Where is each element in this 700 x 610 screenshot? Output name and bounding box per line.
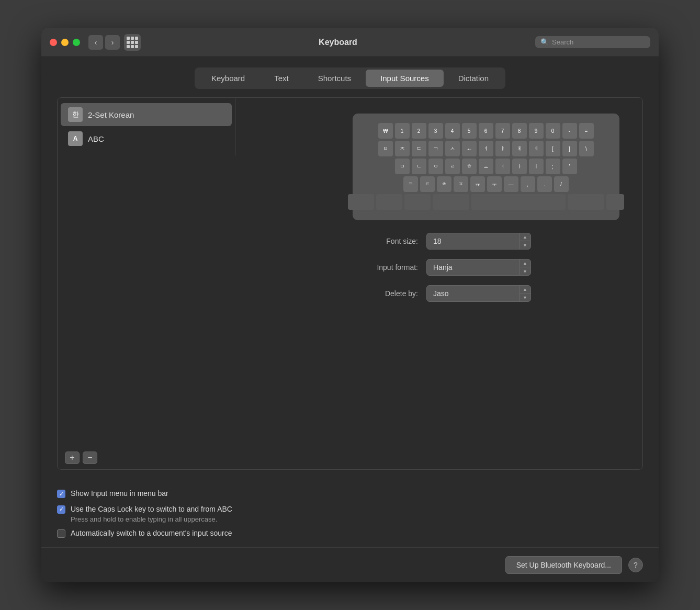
key-1: 1 (395, 123, 410, 139)
key-n: ㄴ (412, 159, 426, 174)
key-2: 2 (412, 123, 426, 139)
key-o2: ㅗ (479, 159, 493, 174)
key-semicolon: ; (546, 159, 560, 174)
traffic-lights (50, 39, 80, 46)
tab-text[interactable]: Text (259, 70, 303, 87)
kb-row-2: ㅂ ㅈ ㄷ ㄱ ㅅ ㅛ ㅕ ㅑ ㅐ ㅔ [ ] \ (361, 141, 611, 156)
key-slash: / (554, 176, 569, 192)
key-6: 6 (479, 123, 493, 139)
grid-view-button[interactable] (124, 34, 141, 51)
tab-keyboard[interactable]: Keyboard (197, 70, 259, 87)
forward-button[interactable]: › (105, 35, 120, 50)
input-format-value: Hanja (427, 260, 519, 275)
kb-row-4: ㅋ ㅌ ㅊ ㅍ ㅠ ㅜ — , . / (361, 176, 611, 192)
caps-lock-group: Use the Caps Lock key to switch to and f… (57, 504, 643, 524)
key-opt-r (606, 194, 624, 210)
input-format-up[interactable]: ▲ (520, 259, 530, 267)
nav-buttons: ‹ › (88, 35, 120, 50)
remove-source-button[interactable]: − (83, 451, 97, 464)
delete-by-up[interactable]: ▲ (520, 286, 530, 293)
minimize-button[interactable] (61, 39, 69, 46)
key-lbracket: [ (546, 141, 560, 156)
content-area: Keyboard Text Shortcuts Input Sources Di… (41, 57, 659, 480)
key-fn (348, 194, 374, 210)
bt-keyboard-button[interactable]: Set Up Bluetooth Keyboard... (505, 556, 622, 574)
source-item-korean[interactable]: 한 2-Set Korean (61, 103, 232, 126)
delete-by-label: Delete by: (350, 289, 418, 298)
source-list-footer: + − (58, 446, 329, 469)
key-u: ㅜ (487, 176, 502, 192)
input-format-down[interactable]: ▼ (520, 267, 530, 275)
key-ctrl (376, 194, 402, 210)
korean-icon: 한 (68, 107, 83, 122)
close-button[interactable] (50, 39, 57, 46)
delete-by-arrows: ▲ ▼ (519, 286, 530, 301)
tab-input-sources[interactable]: Input Sources (366, 70, 444, 87)
korean-label: 2-Set Korean (88, 110, 134, 119)
key-i: ㅣ (529, 159, 544, 174)
delete-by-value: Jaso (427, 286, 519, 301)
delete-by-down[interactable]: ▼ (520, 293, 530, 301)
input-format-label: Input format: (350, 263, 418, 272)
key-ae: ㅐ (512, 141, 527, 156)
delete-by-row: Delete by: Jaso ▲ ▼ (350, 285, 622, 302)
tab-shortcuts[interactable]: Shortcuts (303, 70, 366, 87)
key-rbracket: ] (562, 141, 577, 156)
font-size-up[interactable]: ▲ (520, 233, 530, 241)
key-0: 0 (546, 123, 560, 139)
window-title: Keyboard (141, 38, 535, 47)
key-r: ㄹ (445, 159, 460, 174)
add-source-button[interactable]: + (65, 451, 80, 464)
search-icon: 🔍 (540, 38, 549, 46)
key-m: ㅁ (395, 159, 410, 174)
key-t: ㅌ (420, 176, 435, 192)
key-5: 5 (462, 123, 477, 139)
key-yeo: ㅕ (479, 141, 493, 156)
key-7: 7 (495, 123, 510, 139)
key-b: ㅂ (378, 141, 393, 156)
auto-switch-label: Automatically switch to a document's inp… (71, 528, 232, 539)
back-button[interactable]: ‹ (88, 35, 103, 50)
keyboard-window: ‹ › Keyboard 🔍 Keyboard Text Shortcuts I… (41, 28, 659, 582)
input-format-arrows: ▲ ▼ (519, 259, 530, 275)
caps-lock-row: Use the Caps Lock key to switch to and f… (57, 504, 643, 515)
search-input[interactable] (552, 38, 641, 46)
tab-dictation[interactable]: Dictation (444, 70, 503, 87)
input-format-select[interactable]: Hanja ▲ ▼ (426, 259, 531, 276)
fullscreen-button[interactable] (73, 39, 80, 46)
kb-row-5 (361, 194, 611, 210)
font-size-row: Font size: 18 ▲ ▼ (350, 233, 622, 250)
delete-by-select[interactable]: Jaso ▲ ▼ (426, 285, 531, 302)
key-ya: ㅑ (495, 141, 510, 156)
key-yo: ㅛ (462, 141, 477, 156)
right-panel: ₩ 1 2 3 4 5 6 7 8 9 0 - = (329, 98, 642, 469)
key-space (471, 194, 566, 210)
key-j: ㅈ (395, 141, 410, 156)
tabs-bar: Keyboard Text Shortcuts Input Sources Di… (195, 67, 505, 89)
source-item-abc[interactable]: A ABC (61, 127, 232, 150)
search-bar[interactable]: 🔍 (535, 36, 650, 48)
key-9: 9 (529, 123, 544, 139)
titlebar: ‹ › Keyboard 🔍 (41, 28, 659, 57)
caps-lock-sublabel: Press and hold to enable typing in all u… (71, 515, 643, 523)
help-button[interactable]: ? (628, 558, 643, 572)
font-size-down[interactable]: ▼ (520, 241, 530, 249)
show-input-menu-checkbox[interactable] (57, 490, 65, 498)
key-yu: ㅠ (470, 176, 485, 192)
bottom-bar: Set Up Bluetooth Keyboard... ? (41, 547, 659, 582)
key-won: ₩ (378, 123, 393, 139)
caps-lock-label: Use the Caps Lock key to switch to and f… (71, 504, 232, 515)
source-list-panel: 한 2-Set Korean A ABC + − (58, 98, 329, 469)
font-size-stepper[interactable]: 18 ▲ ▼ (426, 233, 531, 250)
auto-switch-checkbox[interactable] (57, 529, 65, 538)
keyboard-visual: ₩ 1 2 3 4 5 6 7 8 9 0 - = (353, 114, 619, 220)
key-ch: ㅊ (437, 176, 451, 192)
input-format-row: Input format: Hanja ▲ ▼ (350, 259, 622, 276)
caps-lock-checkbox[interactable] (57, 505, 65, 514)
bottom-controls: Show Input menu in menu bar Use the Caps… (41, 480, 659, 547)
key-8: 8 (512, 123, 527, 139)
key-equals: = (579, 123, 594, 139)
key-4: 4 (445, 123, 460, 139)
key-s: ㅅ (445, 141, 460, 156)
key-minus: - (562, 123, 577, 139)
